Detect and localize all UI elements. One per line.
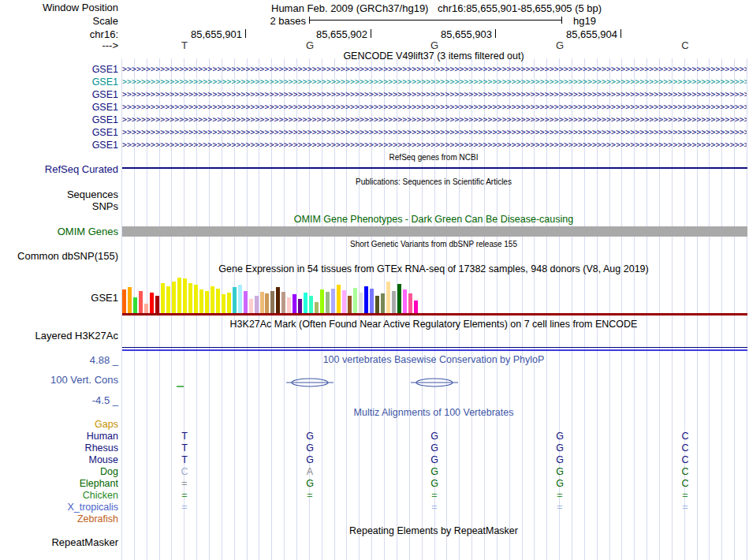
gtex-tissue-bar[interactable] (381, 293, 385, 313)
gtex-tissue-bar[interactable] (298, 299, 302, 313)
base-letter: G (430, 39, 438, 51)
gtex-tissue-bar[interactable] (144, 304, 148, 313)
track-label-elephant[interactable]: Elephant (0, 478, 118, 490)
gtex-tissue-bar[interactable] (414, 301, 418, 313)
track-label-dog[interactable]: Dog (0, 466, 118, 478)
gtex-tissue-bar[interactable] (188, 283, 192, 313)
gtex-tissue-bar[interactable] (315, 302, 319, 313)
gtex-tissue-bar[interactable] (326, 292, 330, 313)
gtex-tissue-bar[interactable] (211, 286, 214, 313)
track-label-gaps[interactable]: Gaps (0, 419, 118, 431)
gtex-tissue-bar[interactable] (255, 296, 259, 313)
gtex-tissue-bar[interactable] (281, 292, 285, 313)
gtex-tissue-bar[interactable] (270, 291, 274, 313)
omim-gene-item[interactable] (122, 226, 747, 237)
track-label-layered-h3k27ac[interactable]: Layered H3K27Ac (0, 330, 118, 342)
gtex-tissue-bar[interactable] (199, 289, 203, 313)
track-label-gse1[interactable]: GSE1 (0, 126, 118, 139)
gene-item-arrows[interactable]: >>>>>>>>>>>>>>>>>>>>>>>>>>>>>>>>>>>>>>>>… (122, 139, 747, 151)
gtex-track-title: Gene Expression in 54 tissues from GTEx … (122, 263, 745, 274)
track-label-chicken[interactable]: Chicken (0, 490, 118, 502)
gtex-tissue-bar[interactable] (304, 293, 307, 313)
gtex-expression-barchart[interactable] (122, 277, 747, 313)
gtex-tissue-bar[interactable] (166, 286, 170, 313)
scale-label: Scale (0, 15, 118, 27)
track-label-sequences[interactable]: Sequences (0, 189, 118, 200)
multiz-row: RhesusTGGGC (0, 442, 749, 454)
track-label-snps[interactable]: SNPs (0, 200, 118, 212)
track-label-refseq-curated[interactable]: RefSeq Curated (0, 163, 118, 175)
track-label-gse1[interactable]: GSE1 (0, 114, 118, 126)
gtex-tissue-bar[interactable] (161, 283, 165, 313)
gtex-tissue-bar[interactable] (177, 278, 181, 313)
track-label-gse1[interactable]: GSE1 (0, 76, 118, 88)
gtex-tissue-bar[interactable] (155, 296, 159, 313)
track-label-mouse[interactable]: Mouse (0, 454, 118, 466)
gtex-tissue-bar[interactable] (370, 289, 374, 313)
track-label-gtex-gse1[interactable]: GSE1 (0, 292, 118, 304)
track-label-common-dbsnp[interactable]: Common dbSNP(155) (0, 250, 118, 262)
gtex-tissue-bar[interactable] (375, 296, 379, 313)
gtex-tissue-bar[interactable] (150, 293, 154, 313)
gtex-tissue-bar[interactable] (249, 299, 253, 313)
gene-item-arrows[interactable]: >>>>>>>>>>>>>>>>>>>>>>>>>>>>>>>>>>>>>>>>… (122, 63, 747, 76)
gtex-tissue-bar[interactable] (364, 286, 368, 313)
gene-item-arrows[interactable]: >>>>>>>>>>>>>>>>>>>>>>>>>>>>>>>>>>>>>>>>… (122, 114, 747, 126)
track-label-gse1[interactable]: GSE1 (0, 88, 118, 101)
gtex-tissue-bar[interactable] (342, 290, 346, 313)
gtex-tissue-bar[interactable] (222, 294, 225, 313)
gtex-tissue-bar[interactable] (128, 287, 132, 313)
assembly-title: Human Feb. 2009 (GRCh37/hg19) (271, 2, 428, 14)
alignment-base: = (307, 490, 312, 502)
coordinate-label: 85,655,901 (174, 28, 242, 40)
gtex-tissue-bar[interactable] (133, 297, 137, 313)
gtex-tissue-bar[interactable] (348, 296, 352, 313)
refseq-gene-item[interactable] (122, 167, 747, 169)
gtex-tissue-bar[interactable] (139, 291, 143, 313)
gtex-tissue-bar[interactable] (392, 291, 396, 313)
gtex-tissue-bar[interactable] (397, 284, 401, 313)
track-label-gse1[interactable]: GSE1 (0, 101, 118, 114)
gene-item-arrows[interactable]: >>>>>>>>>>>>>>>>>>>>>>>>>>>>>>>>>>>>>>>>… (122, 88, 747, 101)
coordinate-label: 85,655,903 (424, 28, 492, 40)
track-label-gse1[interactable]: GSE1 (0, 63, 118, 76)
gtex-tissue-bar[interactable] (293, 294, 296, 313)
gtex-tissue-bar[interactable] (227, 293, 231, 313)
gtex-tissue-bar[interactable] (194, 285, 198, 313)
gtex-tissue-bar[interactable] (386, 282, 390, 313)
gene-row: GSE1>>>>>>>>>>>>>>>>>>>>>>>>>>>>>>>>>>>>… (0, 76, 749, 88)
gtex-tissue-bar[interactable] (260, 292, 264, 313)
gtex-tissue-bar[interactable] (408, 293, 412, 313)
gtex-tissue-bar[interactable] (337, 285, 341, 313)
track-label-zebrafish[interactable]: Zebrafish (0, 513, 118, 525)
gtex-tissue-bar[interactable] (287, 297, 291, 313)
gtex-tissue-bar[interactable] (122, 289, 126, 313)
gene-item-arrows[interactable]: >>>>>>>>>>>>>>>>>>>>>>>>>>>>>>>>>>>>>>>>… (122, 101, 747, 114)
track-label-gse1[interactable]: GSE1 (0, 139, 118, 151)
gtex-tissue-bar[interactable] (233, 287, 237, 313)
track-label-omim-genes[interactable]: OMIM Genes (0, 226, 118, 237)
gtex-tissue-bar[interactable] (244, 291, 248, 313)
gtex-tissue-bar[interactable] (403, 289, 407, 313)
gtex-tissue-bar[interactable] (238, 285, 242, 313)
multiz-track-title: Multiz Alignments of 100 Vertebrates (122, 407, 745, 418)
alignment-base: G (306, 478, 314, 490)
gtex-tissue-bar[interactable] (276, 287, 280, 313)
gtex-tissue-bar[interactable] (172, 282, 176, 313)
track-label-100-vert-cons[interactable]: 100 Vert. Cons (0, 374, 118, 386)
track-label-x_tropicalis[interactable]: X_tropicalis (0, 502, 118, 513)
gtex-tissue-bar[interactable] (183, 278, 187, 313)
gtex-tissue-bar[interactable] (353, 288, 357, 313)
gtex-tissue-bar[interactable] (216, 289, 220, 313)
gtex-tissue-bar[interactable] (205, 291, 209, 313)
gene-item-arrows[interactable]: >>>>>>>>>>>>>>>>>>>>>>>>>>>>>>>>>>>>>>>>… (122, 126, 747, 139)
gtex-tissue-bar[interactable] (320, 289, 324, 313)
track-label-rhesus[interactable]: Rhesus (0, 442, 118, 454)
gtex-tissue-bar[interactable] (265, 293, 269, 313)
gtex-tissue-bar[interactable] (331, 289, 335, 313)
track-label-human[interactable]: Human (0, 431, 118, 442)
gtex-tissue-bar[interactable] (309, 296, 313, 313)
gtex-tissue-bar[interactable] (359, 293, 363, 313)
track-label-repeatmasker[interactable]: RepeatMasker (0, 536, 118, 548)
gene-item-arrows[interactable]: >>>>>>>>>>>>>>>>>>>>>>>>>>>>>>>>>>>>>>>>… (122, 76, 747, 88)
